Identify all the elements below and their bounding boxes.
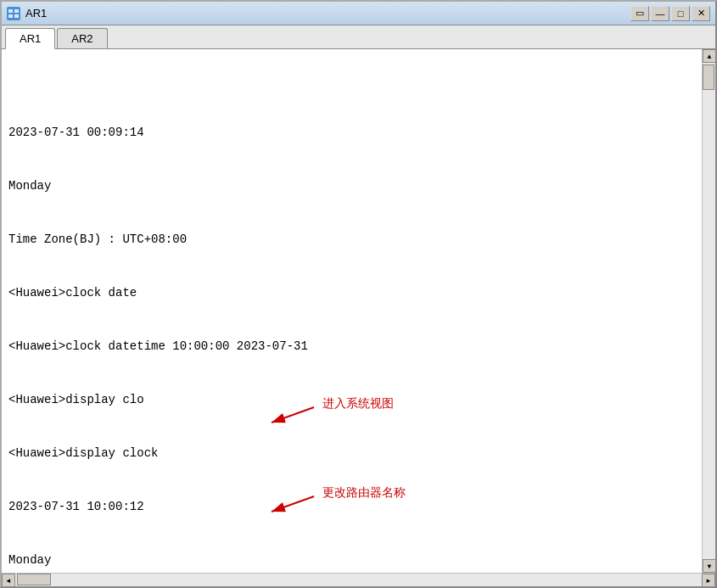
lines-container: 2023-07-31 00:09:14 Monday Time Zone(BJ)… <box>8 88 695 573</box>
app-icon <box>7 7 20 20</box>
scroll-track[interactable] <box>703 63 715 559</box>
close-button[interactable]: ✕ <box>692 6 710 21</box>
terminal-line-8: Monday <box>8 552 695 569</box>
svg-rect-2 <box>8 14 13 18</box>
vertical-scrollbar[interactable]: ▲ ▼ <box>702 49 715 573</box>
title-bar-buttons: ▭ — □ ✕ <box>630 6 710 21</box>
scroll-right-button[interactable]: ► <box>702 574 715 587</box>
terminal-line-0: 2023-07-31 00:09:14 <box>8 124 695 142</box>
terminal-line-5: <Huawei>display clo <box>8 391 695 409</box>
svg-line-5 <box>272 407 314 423</box>
scroll-down-button[interactable]: ▼ <box>703 559 715 573</box>
main-window: AR1 ▭ — □ ✕ AR1 AR2 2023-07-31 00:09:14 … <box>0 0 717 588</box>
terminal-line-1: Monday <box>8 177 695 195</box>
title-bar: AR1 ▭ — □ ✕ <box>2 2 715 25</box>
svg-rect-0 <box>8 9 13 13</box>
terminal-line-4: <Huawei>clock datetime 10:00:00 2023-07-… <box>8 338 695 356</box>
maximize-button[interactable]: □ <box>671 6 690 21</box>
tab-ar1[interactable]: AR1 <box>5 28 55 49</box>
terminal-line-6: <Huawei>display clock <box>8 445 695 462</box>
minimize-button[interactable]: — <box>651 6 669 21</box>
scroll-left-button[interactable]: ◄ <box>2 574 15 587</box>
svg-rect-3 <box>14 14 19 18</box>
tab-bar: AR1 AR2 <box>2 25 715 49</box>
scroll-thumb[interactable] <box>703 64 714 90</box>
tab-ar2[interactable]: AR2 <box>57 28 107 48</box>
restore-button[interactable]: ▭ <box>630 6 649 21</box>
horizontal-scrollbar[interactable]: ◄ ► <box>2 573 715 586</box>
svg-rect-1 <box>14 9 19 13</box>
terminal-output[interactable]: 2023-07-31 00:09:14 Monday Time Zone(BJ)… <box>2 49 702 573</box>
annotation1-container: 进入系统视图 <box>272 403 343 474</box>
terminal-line-3: <Huawei>clock date <box>8 284 695 302</box>
content-area: 2023-07-31 00:09:14 Monday Time Zone(BJ)… <box>2 49 715 573</box>
title-bar-left: AR1 <box>7 7 47 20</box>
window-title: AR1 <box>25 7 47 20</box>
scroll-h-thumb[interactable] <box>17 574 51 585</box>
scroll-up-button[interactable]: ▲ <box>703 49 715 63</box>
terminal-line-7: 2023-07-31 10:00:12 <box>8 498 695 516</box>
scroll-h-track[interactable] <box>15 574 702 586</box>
terminal-line-2: Time Zone(BJ) : UTC+08:00 <box>8 231 695 249</box>
